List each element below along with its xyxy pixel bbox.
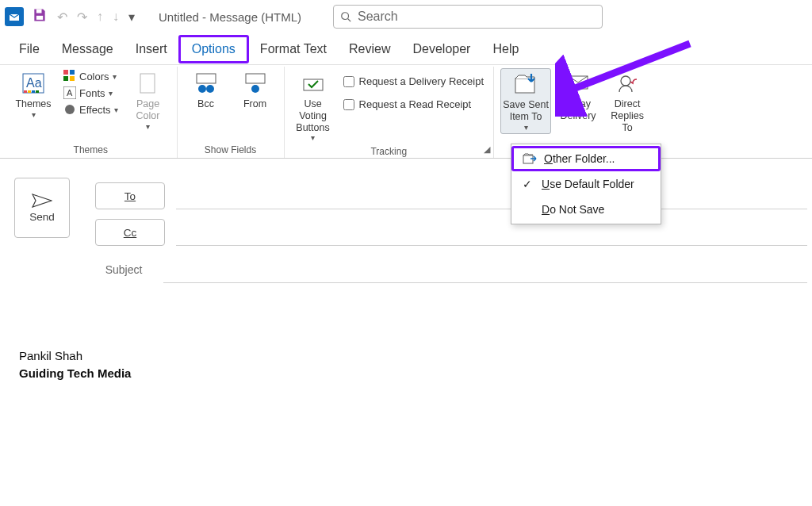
- search-box[interactable]: Search: [333, 5, 603, 29]
- subject-field[interactable]: [163, 256, 807, 283]
- svg-rect-20: [197, 74, 216, 83]
- svg-text:A: A: [67, 88, 73, 98]
- delivery-receipt-checkbox[interactable]: [343, 76, 354, 87]
- quick-access-toolbar: ↶ ↷ ↑ ↓ ▾: [32, 7, 135, 26]
- svg-rect-14: [63, 76, 68, 81]
- dropdown-other-folder[interactable]: Other Folder...: [511, 146, 661, 171]
- svg-rect-13: [70, 70, 75, 75]
- tab-file[interactable]: File: [8, 37, 51, 61]
- page-color-button[interactable]: Page Color ▾: [126, 68, 170, 132]
- prev-icon[interactable]: ↑: [97, 10, 103, 24]
- signature-org: Guiding Tech Media: [19, 365, 807, 382]
- delay-delivery-icon: [565, 70, 592, 97]
- svg-rect-9: [28, 90, 31, 93]
- dropdown-use-default-folder[interactable]: ✓ Use Default Folder: [511, 171, 661, 197]
- effects-icon: [63, 103, 76, 116]
- chevron-down-icon: ▾: [32, 110, 36, 120]
- subject-label: Subject: [95, 263, 152, 276]
- tab-message[interactable]: Message: [51, 37, 124, 61]
- page-color-icon: [135, 70, 162, 97]
- tab-help[interactable]: Help: [481, 37, 530, 61]
- save-icon[interactable]: [32, 7, 48, 26]
- svg-point-3: [342, 13, 349, 20]
- group-themes: Aa Themes ▾ Colors▾ A Fonts▾ Effects▾: [5, 67, 178, 158]
- check-icon: ✓: [519, 178, 535, 190]
- group-title-show-fields: Show Fields: [205, 143, 256, 158]
- chevron-down-icon: ▾: [311, 133, 315, 143]
- svg-rect-15: [70, 76, 75, 81]
- to-button[interactable]: To: [95, 182, 165, 209]
- tab-review[interactable]: Review: [338, 37, 401, 61]
- tab-format-text[interactable]: Format Text: [249, 37, 338, 61]
- save-sent-item-to-button[interactable]: Save Sent Item To ▾: [500, 68, 551, 134]
- chevron-down-icon: ▾: [524, 123, 528, 132]
- svg-point-28: [621, 76, 630, 86]
- search-placeholder: Search: [358, 10, 398, 24]
- svg-point-21: [198, 85, 206, 93]
- direct-replies-button[interactable]: Direct Replies To: [605, 68, 649, 135]
- svg-rect-11: [36, 90, 39, 93]
- svg-text:Aa: Aa: [26, 76, 42, 90]
- ribbon-tabs: File Message Insert Options Format Text …: [0, 33, 812, 65]
- folder-arrow-icon: [522, 152, 538, 165]
- to-field[interactable]: [176, 182, 807, 209]
- delay-delivery-button[interactable]: Delay Delivery: [556, 68, 600, 124]
- themes-button[interactable]: Aa Themes ▾: [11, 68, 56, 121]
- effects-button[interactable]: Effects▾: [60, 102, 121, 117]
- group-show-fields: Bcc From Show Fields: [178, 67, 285, 158]
- group-title-themes: Themes: [74, 143, 108, 158]
- svg-rect-10: [32, 90, 35, 93]
- tab-developer[interactable]: Developer: [402, 37, 482, 61]
- undo-icon[interactable]: ↶: [57, 10, 67, 25]
- request-read-receipt[interactable]: Request a Read Receipt: [340, 96, 488, 113]
- svg-line-4: [348, 19, 351, 22]
- svg-rect-19: [140, 74, 155, 93]
- svg-rect-1: [36, 10, 42, 13]
- direct-replies-icon: [614, 70, 641, 97]
- tab-options[interactable]: Options: [178, 35, 249, 63]
- chevron-down-icon: ▾: [146, 122, 150, 132]
- svg-rect-12: [63, 70, 68, 75]
- compose-area: Send To Cc Subject Pankil Shah Guiding T…: [0, 159, 812, 382]
- cc-field[interactable]: [176, 219, 807, 246]
- bcc-button[interactable]: Bcc: [184, 68, 228, 112]
- fonts-button[interactable]: A Fonts▾: [60, 85, 121, 101]
- search-icon: [340, 11, 351, 22]
- themes-icon: Aa: [20, 70, 47, 97]
- from-icon: [242, 70, 269, 97]
- dropdown-label: Other Folder...: [544, 152, 615, 165]
- send-icon: [32, 194, 52, 208]
- group-title-tracking: Tracking: [370, 144, 407, 159]
- cc-button[interactable]: Cc: [95, 219, 165, 246]
- fonts-icon: A: [63, 86, 76, 99]
- tab-insert[interactable]: Insert: [124, 37, 178, 61]
- themes-label: Themes: [15, 98, 51, 110]
- message-body[interactable]: Pankil Shah Guiding Tech Media: [14, 286, 807, 382]
- group-tracking: Use Voting Buttons ▾ Request a Delivery …: [285, 67, 495, 158]
- request-delivery-receipt[interactable]: Request a Delivery Receipt: [340, 73, 488, 90]
- next-icon[interactable]: ↓: [113, 10, 119, 24]
- tracking-launcher-icon[interactable]: ◢: [484, 144, 490, 155]
- save-sent-icon: [512, 71, 539, 98]
- app-icon: [5, 7, 24, 26]
- svg-point-22: [206, 85, 214, 93]
- from-button[interactable]: From: [233, 68, 278, 112]
- qat-customize-icon[interactable]: ▾: [128, 10, 135, 25]
- svg-rect-8: [24, 90, 27, 93]
- redo-icon[interactable]: ↷: [77, 10, 87, 25]
- save-sent-item-dropdown: Other Folder... ✓ Use Default Folder Do …: [511, 144, 661, 224]
- dropdown-label: Use Default Folder: [542, 178, 634, 190]
- dropdown-do-not-save[interactable]: Do Not Save: [511, 197, 661, 222]
- dropdown-label: Do Not Save: [542, 203, 604, 216]
- signature-name: Pankil Shah: [19, 347, 807, 365]
- svg-point-24: [251, 85, 259, 93]
- ribbon: Aa Themes ▾ Colors▾ A Fonts▾ Effects▾: [0, 65, 812, 159]
- svg-point-18: [65, 105, 75, 114]
- colors-button[interactable]: Colors▾: [60, 68, 121, 84]
- read-receipt-checkbox[interactable]: [343, 99, 354, 110]
- send-button[interactable]: Send: [14, 178, 70, 238]
- title-bar: ↶ ↷ ↑ ↓ ▾ Untitled - Message (HTML) Sear…: [0, 0, 812, 33]
- window-title: Untitled - Message (HTML): [159, 10, 301, 24]
- voting-buttons[interactable]: Use Voting Buttons ▾: [291, 68, 335, 144]
- svg-rect-23: [246, 74, 265, 83]
